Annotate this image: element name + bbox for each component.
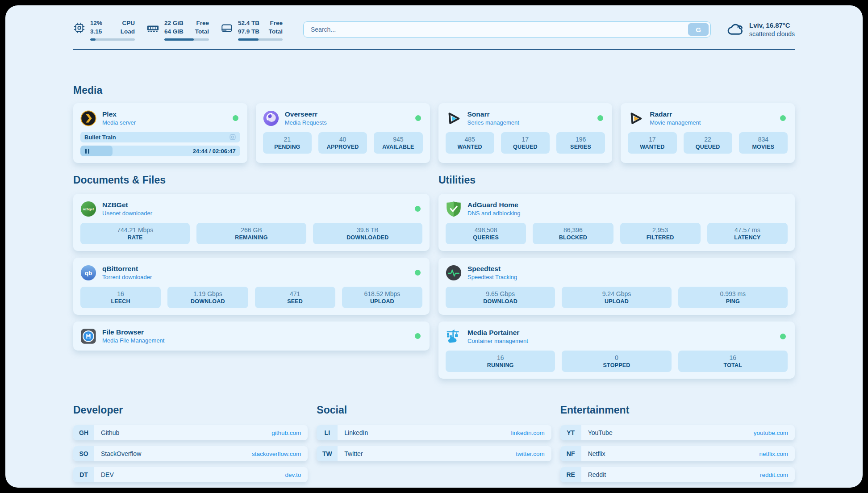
ram-label: Free [195, 19, 209, 27]
app-card-speedtest[interactable]: Speedtest Speedtest Tracking 9.65 Gbps D… [438, 258, 795, 315]
now-playing-title: Bullet Train [84, 134, 116, 141]
app-title: Speedtest [467, 264, 517, 273]
stat-available: 945 AVAILABLE [374, 132, 422, 154]
stat-latency: 47.57 ms LATENCY [707, 223, 788, 244]
app-card-adguard[interactable]: AdGuard Home DNS and adblocking 498,508 … [438, 194, 795, 251]
search-bar[interactable]: G [303, 21, 711, 38]
app-subtitle: Media server [102, 119, 136, 126]
app-subtitle: Usenet downloader [102, 210, 152, 217]
status-dot [597, 115, 603, 121]
playback-time: 24:44 / 02:06:47 [193, 148, 236, 155]
stat-upload: 9.24 Gbps UPLOAD [562, 287, 671, 308]
utilities-column: Utilities AdGuard Home DNS and adblockin… [438, 174, 795, 379]
session-settings-icon[interactable] [229, 134, 236, 141]
section-title-media: Media [73, 84, 795, 97]
ram-free: 22 GiB [164, 19, 184, 27]
link-youtube[interactable]: YT YouTube youtube.com [560, 425, 795, 440]
google-search-button[interactable]: G [688, 23, 709, 36]
stat-leech: 16 LEECH [80, 287, 161, 308]
stat-approved: 40 APPROVED [318, 132, 367, 154]
status-dot [415, 270, 421, 276]
app-card-nzbget[interactable]: nzbget NZBGet Usenet downloader 744.21 M… [73, 194, 430, 251]
now-playing-row: Bullet Train [80, 132, 240, 142]
app-card-overseerr[interactable]: Overseerr Media Requests 21 PENDING 40 A… [256, 103, 430, 163]
disk-total: 97.9 TB [238, 27, 259, 36]
app-card-sonarr[interactable]: Sonarr Series management 485 WANTED 17 Q… [438, 103, 613, 163]
app-card-plex[interactable]: Plex Media server Bullet Train 24:44 / 0… [73, 103, 247, 163]
app-subtitle: Media Requests [285, 119, 327, 126]
cpu-monitor: 12% 3.15 CPU Load [73, 19, 135, 41]
app-card-portainer[interactable]: Media Portainer Container management 16 … [438, 322, 795, 379]
entertainment-section: Entertainment YT YouTube youtube.com NF … [560, 404, 795, 482]
section-title-entertainment: Entertainment [560, 404, 795, 417]
pause-icon[interactable] [85, 149, 89, 154]
stat-queries: 498,508 QUERIES [446, 223, 526, 244]
disk-icon [221, 22, 233, 34]
disk-progress-fill [238, 38, 259, 41]
stat-total: 16 TOTAL [678, 351, 788, 372]
stat-blocked: 86,396 BLOCKED [533, 223, 613, 244]
filebrowser-icon [80, 328, 96, 344]
developer-section: Developer GH Github github.com SO StackO… [73, 404, 308, 482]
stat-rate: 744.21 Mbps RATE [80, 223, 190, 244]
status-dot [415, 115, 421, 121]
svg-text:qb: qb [85, 269, 92, 276]
search-input[interactable] [310, 25, 688, 33]
ram-progress-track [164, 38, 209, 41]
app-title: Plex [102, 110, 136, 118]
link-reddit[interactable]: RE Reddit reddit.com [560, 467, 795, 482]
playback-progress-bar[interactable]: 24:44 / 02:06:47 [80, 146, 240, 156]
status-dot [415, 333, 421, 339]
stat-downloaded: 39.6 TB DOWNLOADED [313, 223, 422, 244]
memory-monitor: 22 GiB 64 GiB Free Total [146, 19, 209, 41]
app-card-qbittorrent[interactable]: qb qBittorrent Torrent downloader 16 LEE… [73, 258, 430, 315]
overseerr-icon [263, 110, 279, 126]
link-badge: LI [317, 425, 338, 440]
app-card-filebrowser[interactable]: File Browser Media File Management [73, 322, 430, 351]
app-subtitle: Container management [467, 338, 528, 345]
link-github[interactable]: GH Github github.com [73, 425, 308, 440]
stat-ping: 0.993 ms PING [678, 287, 788, 308]
dashboard-panel: 12% 3.15 CPU Load [5, 5, 863, 488]
disk-label-2: Total [269, 27, 283, 36]
weather-condition: scattered clouds [749, 30, 795, 38]
media-grid: Plex Media server Bullet Train 24:44 / 0… [73, 103, 795, 163]
svg-text:nzbget: nzbget [83, 207, 94, 211]
link-badge: NF [560, 446, 581, 461]
app-subtitle: DNS and adblocking [467, 210, 521, 217]
section-title-utilities: Utilities [438, 174, 795, 187]
app-title: Sonarr [467, 110, 519, 118]
section-title-developer: Developer [73, 404, 308, 417]
link-badge: DT [73, 467, 94, 482]
weather-widget: Lviv, 16.87°C scattered clouds [727, 21, 795, 38]
plex-icon [80, 110, 96, 126]
cpu-label: CPU [121, 19, 135, 27]
cpu-label-2: Load [121, 27, 135, 36]
qbittorrent-icon: qb [80, 265, 96, 281]
stat-series: 196 SERIES [556, 132, 605, 154]
stat-pending: 21 PENDING [263, 132, 312, 154]
link-linkedin[interactable]: LI LinkedIn linkedin.com [317, 425, 551, 440]
nzbget-icon: nzbget [80, 201, 96, 217]
stat-queued: 17 QUEUED [501, 132, 550, 154]
cpu-icon [73, 22, 85, 34]
disk-monitor: 52.4 TB 97.9 TB Free Total [221, 19, 283, 41]
disk-progress-track [238, 38, 283, 41]
stat-filtered: 2,953 FILTERED [620, 223, 701, 244]
link-dev[interactable]: DT DEV dev.to [73, 467, 308, 482]
link-badge: YT [560, 425, 581, 440]
link-stackoverflow[interactable]: SO StackOverflow stackoverflow.com [73, 446, 308, 461]
link-netflix[interactable]: NF Netflix netflix.com [560, 446, 795, 461]
cpu-load-avg: 3.15 [90, 27, 102, 36]
app-card-radarr[interactable]: Radarr Movie management 17 WANTED 22 QUE… [621, 103, 795, 163]
speedtest-icon [446, 265, 462, 281]
link-twitter[interactable]: TW Twitter twitter.com [317, 446, 551, 461]
stat-download: 9.65 Gbps DOWNLOAD [446, 287, 555, 308]
app-subtitle: Speedtest Tracking [467, 274, 517, 281]
link-badge: RE [560, 467, 581, 482]
link-badge: GH [73, 425, 94, 440]
app-subtitle: Torrent downloader [102, 274, 152, 281]
app-title: Radarr [650, 110, 701, 118]
sonarr-icon [446, 110, 462, 126]
section-title-social: Social [317, 404, 551, 417]
